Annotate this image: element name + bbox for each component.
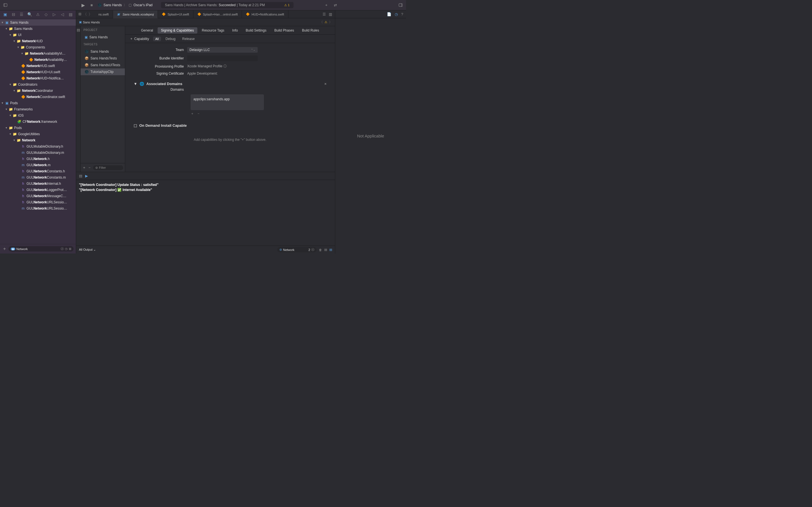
sidebar-toggle-icon[interactable] <box>3 3 8 8</box>
help-inspector-icon[interactable]: ? <box>401 12 403 16</box>
add-domain-button[interactable]: ＋ <box>191 111 194 116</box>
breakpoint-icon[interactable]: ▶ <box>85 174 88 178</box>
trash-icon[interactable]: 🗑 <box>319 248 322 251</box>
clock-icon[interactable]: ◷ <box>65 247 68 251</box>
tree-folder[interactable]: ▼📁Sans Hands <box>0 25 76 32</box>
tree-folder[interactable]: ▼📁UI <box>0 32 76 38</box>
tree-file[interactable]: hGULNetworkInternal.h <box>0 180 76 187</box>
console-output[interactable]: "[Network Coordinator] Update Status : s… <box>76 180 335 245</box>
tree-file[interactable]: hGULNetworkConstants.h <box>0 168 76 174</box>
tree-file[interactable]: 🔶NetworkHUD.swift <box>0 63 76 69</box>
library-icon[interactable]: ⇄ <box>333 3 338 8</box>
team-select[interactable]: Delasign LLC ⌃⌄ <box>187 47 258 53</box>
tree-root[interactable]: ▼ ▣ Sans Hands <box>0 19 76 25</box>
tree-folder[interactable]: ▼📁Network <box>0 137 76 144</box>
section-header[interactable]: ⬚ On Demand Install Capable <box>131 122 329 129</box>
tree-folder[interactable]: ▼📁iOS <box>0 112 76 119</box>
run-button[interactable]: ▶ <box>81 3 86 8</box>
tree-folder[interactable]: ▼📁Frameworks <box>0 106 76 112</box>
back-icon[interactable]: 〈 <box>83 12 87 17</box>
config-debug[interactable]: Debug <box>163 36 177 41</box>
tab-build-rules[interactable]: Build Rules <box>299 27 322 34</box>
symbol-nav-icon[interactable]: ☰ <box>19 12 24 17</box>
tree-file[interactable]: 🔶NetworkCoordinator.swift <box>0 94 76 100</box>
console-filter[interactable]: ⊜ Network 2 ⓧ <box>277 247 317 252</box>
tree-folder[interactable]: ▼📁NetworkHUD <box>0 38 76 44</box>
tree-file[interactable]: 🔶NetworkAvailability… <box>0 57 76 63</box>
add-file-button[interactable]: ＋ <box>2 246 7 252</box>
history-inspector-icon[interactable]: ◷ <box>395 12 398 16</box>
remove-domain-button[interactable]: － <box>197 111 200 116</box>
tree-folder[interactable]: ▼📁NetworkCoordinator <box>0 88 76 94</box>
variables-pane-icon[interactable]: ▤ <box>324 248 327 251</box>
target-item[interactable]: 📦Sans HandsUITests <box>81 62 125 68</box>
file-inspector-icon[interactable]: 📄 <box>387 12 391 16</box>
target-item[interactable]: 🌑Sans Hands <box>81 48 125 55</box>
disclosure-icon[interactable]: ▼ <box>134 82 137 86</box>
warning-icon[interactable]: ⚠ <box>324 20 327 24</box>
debug-view-icon[interactable]: ▤ <box>79 174 82 178</box>
bundle-id-input[interactable] <box>187 55 258 61</box>
tree-folder[interactable]: ▼📁GoogleUtilities <box>0 131 76 137</box>
tree-folder[interactable]: ▼📁NetworkAvailabilityVi… <box>0 50 76 57</box>
prev-issue-icon[interactable]: 〈 <box>320 20 323 24</box>
tree-file[interactable]: hGULNetworkLoggerProt… <box>0 187 76 193</box>
forward-icon[interactable]: 〉 <box>89 12 92 17</box>
editor-tab[interactable]: 🔶HUD+Notifications.swift <box>242 10 288 18</box>
assistant-icon[interactable]: ▥ <box>329 12 332 16</box>
clear-filter-icon[interactable]: ⓧ <box>311 247 314 252</box>
tree-file[interactable]: mGULNetworkURLSessio… <box>0 205 76 212</box>
source-control-icon[interactable]: ⊟ <box>11 12 16 17</box>
test-nav-icon[interactable]: ◇ <box>44 12 49 17</box>
filter-scope-icon[interactable]: ◉ <box>11 247 15 250</box>
navigator-filter[interactable]: ◉ Network ⓧ ◷ ⊞ <box>8 246 73 251</box>
report-nav-icon[interactable]: ▤ <box>68 12 73 17</box>
tab-build-phases[interactable]: Build Phases <box>271 27 297 34</box>
domain-entry[interactable]: appclips:sanshands.app <box>193 97 261 101</box>
editor-options-icon[interactable]: ☰ <box>322 12 326 16</box>
remove-target-button[interactable]: － <box>88 165 91 170</box>
issue-nav-icon[interactable]: ⚠ <box>36 12 40 17</box>
editor-tab[interactable]: ▣Sans Hands.xcodeproj <box>113 10 158 18</box>
tab-signing[interactable]: Signing & Capabilities <box>158 27 197 34</box>
tree-folder[interactable]: ▼📁Coordinators <box>0 81 76 88</box>
console-pane-icon[interactable]: ▤ <box>329 248 332 251</box>
editor-tab[interactable]: 🔶Splash+Han…ontrol.swift <box>193 10 242 18</box>
info-icon[interactable]: ⓘ <box>223 64 227 68</box>
project-item[interactable]: ▣Sans Hands <box>81 34 125 41</box>
tree-file[interactable]: hGULNetwork.h <box>0 156 76 162</box>
tree-file[interactable]: mGULNetwork.m <box>0 162 76 168</box>
domains-list[interactable]: appclips:sanshands.app <box>191 94 264 110</box>
tree-file[interactable]: mGULNetworkConstants.m <box>0 174 76 180</box>
activity-status[interactable]: Sans Hands | Archive Sans Hands: Succeed… <box>161 2 294 8</box>
tree-file[interactable]: 🔶NetworkHUD+Notifica… <box>0 75 76 81</box>
jump-bar[interactable]: ▣ Sans Hands 〈 ⚠ 〉 <box>76 18 335 26</box>
tree-folder[interactable]: ▼▣Pods <box>0 100 76 106</box>
config-release[interactable]: Release <box>180 36 197 41</box>
scm-filter-icon[interactable]: ⊞ <box>69 247 71 251</box>
tree-folder[interactable]: ▼📁Pods <box>0 125 76 131</box>
add-icon[interactable]: ＋ <box>324 3 329 8</box>
tree-file[interactable]: mGULMutableDictionary.m <box>0 150 76 156</box>
tab-resource-tags[interactable]: Resource Tags <box>199 27 228 34</box>
config-all[interactable]: All <box>153 37 161 41</box>
next-issue-icon[interactable]: 〉 <box>329 20 332 24</box>
output-filter[interactable]: All Output ⌄ <box>79 248 96 251</box>
tree-file[interactable]: 🧩CFNetwork.framework <box>0 119 76 125</box>
tree-file[interactable]: 🔶NetworkHUD+UI.swift <box>0 69 76 75</box>
disclosure-icon[interactable]: ▼ <box>1 21 4 24</box>
grid-icon[interactable]: ⊞ <box>79 12 82 17</box>
project-nav-icon[interactable]: ▣ <box>3 12 8 17</box>
add-target-button[interactable]: ＋ <box>82 165 86 170</box>
tab-general[interactable]: General <box>138 27 156 34</box>
tree-folder[interactable]: ▼📁Components <box>0 44 76 50</box>
document-outline-toggle[interactable]: ▤ <box>76 26 81 172</box>
tree-file[interactable]: hGULNetworkURLSessio… <box>0 199 76 205</box>
remove-capability-icon[interactable]: × <box>324 82 326 86</box>
breakpoint-nav-icon[interactable]: ◁ <box>60 12 65 17</box>
clear-filter-icon[interactable]: ⓧ <box>61 247 64 251</box>
find-nav-icon[interactable]: 🔍 <box>28 12 32 17</box>
add-capability-button[interactable]: ＋ Capability <box>128 36 151 42</box>
target-filter[interactable]: ⊜Filter <box>93 165 123 170</box>
section-header[interactable]: ▼ 🌐 Associated Domains × <box>131 80 329 88</box>
